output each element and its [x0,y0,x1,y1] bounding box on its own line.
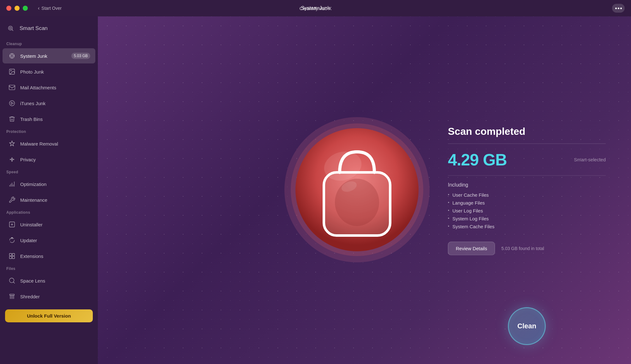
clean-button[interactable]: Clean [508,307,546,345]
info-panel: Scan completed 4.29 GB Smart-selected In… [448,125,606,255]
svg-rect-12 [9,256,12,259]
cleanmymac-icon [281,114,433,266]
optimization-label: Optimization [20,182,46,187]
photo-junk-icon [8,67,16,76]
bottom-actions: Review Details 5.03 GB found in total [448,242,606,255]
file-item-5: System Cache Files [452,224,494,229]
sidebar-item-itunes-junk[interactable]: iTunes Junk [3,96,95,111]
applications-section-label: Applications [0,208,98,217]
privacy-icon [8,155,16,164]
system-junk-badge: 5.03 GB [71,53,90,59]
total-found-label: 5.03 GB found in total [501,246,544,251]
file-item-4: System Log Files [452,216,489,221]
files-section-label: Files [0,264,98,273]
protection-section-label: Protection [0,127,98,136]
sidebar-item-photo-junk[interactable]: Photo Junk [3,64,95,79]
svg-point-1 [9,27,11,29]
shredder-icon [8,292,16,301]
svg-rect-10 [9,254,12,256]
system-junk-icon [8,51,16,60]
shredder-label: Shredder [20,294,40,299]
malware-icon [8,139,16,148]
file-item-1: User Cache Files [452,192,489,197]
maximize-button[interactable] [23,6,28,11]
svg-point-21 [335,179,379,226]
list-item: Language Files [448,200,606,205]
trash-icon [8,115,16,123]
close-button[interactable] [6,6,11,11]
svg-rect-11 [12,254,15,256]
menu-button[interactable] [612,4,625,13]
itunes-icon [8,99,16,108]
cleanup-section-label: Cleanup [0,39,98,48]
start-over-label: Start Over [41,6,62,11]
uninstaller-icon [8,220,16,229]
menu-dot-2 [618,8,619,9]
mail-icon [8,83,16,92]
speed-section-label: Speed [0,167,98,176]
smart-selected-label: Smart-selected [574,157,606,162]
space-lens-label: Space Lens [20,278,45,283]
sidebar-item-updater[interactable]: Updater [3,233,95,248]
clean-button-container: Clean [508,307,546,345]
extensions-label: Extensions [20,254,43,259]
photo-junk-label: Photo Junk [20,69,44,75]
itunes-junk-label: iTunes Junk [20,101,45,106]
smart-scan-icon [6,24,15,33]
window-controls [6,6,28,11]
privacy-label: Privacy [20,157,36,162]
chevron-left-icon: ‹ [38,5,39,11]
sidebar-item-trash-bins[interactable]: Trash Bins [3,111,95,127]
maintenance-label: Maintenance [20,197,47,203]
size-value: 4.29 GB [448,150,507,169]
smart-scan-label: Smart Scan [20,25,48,32]
page-title: System Junk [301,5,330,11]
svg-point-5 [10,70,11,71]
sidebar-item-system-junk[interactable]: System Junk 5.03 GB [3,48,95,63]
list-item: User Cache Files [448,192,606,197]
titlebar: ‹ Start Over CleanMyMac X System Junk [0,0,631,16]
sidebar-item-shredder[interactable]: Shredder [3,289,95,304]
space-lens-icon [8,276,16,285]
list-item: System Cache Files [448,224,606,229]
menu-dot-3 [620,8,622,9]
trash-bins-label: Trash Bins [20,116,43,122]
uninstaller-label: Uninstaller [20,222,43,227]
file-item-3: User Log Files [452,208,483,213]
sidebar-item-malware-removal[interactable]: Malware Removal [3,136,95,151]
maintenance-icon [8,195,16,204]
review-details-button[interactable]: Review Details [448,242,495,255]
app-icon-container [281,114,433,267]
sidebar-item-mail-attachments[interactable]: Mail Attachments [3,80,95,95]
sidebar-item-maintenance[interactable]: Maintenance [3,192,95,207]
system-junk-label: System Junk [20,53,47,59]
sidebar-item-extensions[interactable]: Extensions [3,248,95,264]
svg-point-3 [11,55,13,57]
divider-2 [448,175,606,176]
sidebar-item-optimization[interactable]: Optimization [3,176,95,192]
sidebar-item-smart-scan[interactable]: Smart Scan [0,20,98,37]
list-item: System Log Files [448,216,606,221]
minimize-button[interactable] [15,6,20,11]
sidebar-item-privacy[interactable]: Privacy [3,152,95,167]
sidebar-item-space-lens[interactable]: Space Lens [3,273,95,288]
list-item: User Log Files [448,208,606,213]
sidebar: Smart Scan Cleanup System Junk 5.03 GB P… [0,16,98,364]
unlock-full-version-button[interactable]: Unlock Full Version [5,309,93,322]
optimization-icon [8,180,16,188]
start-over-nav[interactable]: ‹ Start Over [38,5,62,11]
file-item-2: Language Files [452,200,485,205]
updater-label: Updater [20,238,37,243]
malware-removal-label: Malware Removal [20,141,58,146]
menu-dot-1 [615,8,617,9]
content-area: Scan completed 4.29 GB Smart-selected In… [98,16,631,364]
scan-completed-title: Scan completed [448,125,606,137]
including-label: Including [448,182,606,188]
size-row: 4.29 GB Smart-selected [448,150,606,169]
extensions-icon [8,252,16,260]
svg-rect-13 [12,256,15,259]
sidebar-item-uninstaller[interactable]: Uninstaller [3,217,95,232]
main-layout: Smart Scan Cleanup System Junk 5.03 GB P… [0,16,631,364]
mail-attachments-label: Mail Attachments [20,85,56,90]
unlock-section: Unlock Full Version [0,304,98,329]
